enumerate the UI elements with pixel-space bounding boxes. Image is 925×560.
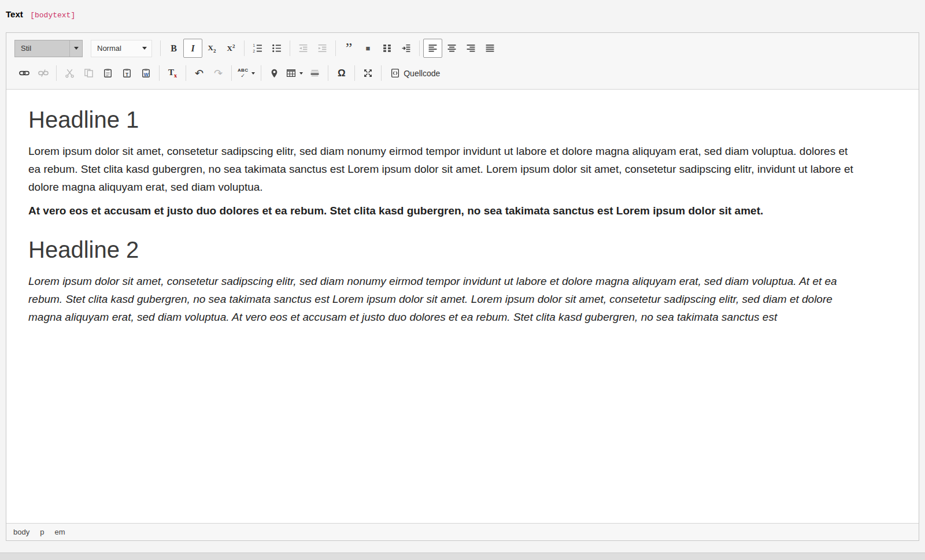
maximize-button[interactable] [358,64,378,83]
format-combo-label: Normal [97,44,121,53]
paste-from-word-icon: W [141,68,151,78]
redo-button[interactable]: ↷ [209,64,228,83]
indent-button[interactable] [313,39,332,58]
toolbar-separator [290,40,290,56]
table-button[interactable] [284,64,305,83]
paste-plain-text-button[interactable]: T [117,64,136,83]
align-left-button[interactable] [423,39,442,58]
paragraph-indent-button[interactable] [397,39,416,58]
blockquote-icon: ” [346,44,353,53]
chevron-down-icon [251,72,255,75]
align-left-icon [428,43,438,53]
field-label: Text [6,9,23,19]
chevron-down-icon [299,72,303,75]
align-justify-button[interactable] [480,39,500,58]
format-combo[interactable]: Normal [91,40,152,57]
unlink-icon [38,68,49,78]
align-center-button[interactable] [442,39,461,58]
copy-button[interactable] [79,64,98,83]
source-button[interactable]: Quellcode [385,64,445,83]
italic-icon: I [191,43,194,54]
spellcheck-button[interactable]: ABC ✓ [235,64,257,83]
align-right-button[interactable] [461,39,480,58]
link-button[interactable] [14,64,34,83]
toolbar-separator [231,65,232,81]
outdent-icon [298,43,308,53]
bulleted-list-icon [272,43,282,53]
remove-format-button[interactable]: Tx [163,64,182,83]
svg-text:1: 1 [253,43,256,47]
bold-button[interactable]: B [164,39,183,58]
rte-editing-area[interactable]: Headline 1 Lorem ipsum dolor sit amet, c… [6,90,919,523]
remove-format-icon: Tx [168,68,177,79]
source-button-label: Quellcode [404,69,440,78]
paste-plain-text-icon: T [122,68,132,78]
rte-toolbar: Stil Normal B I X2 X2 12 [6,33,919,90]
subscript-icon: X2 [208,43,216,54]
maximize-icon [363,68,373,78]
field-header: Text [bodytext] [0,0,925,20]
undo-button[interactable]: ↶ [190,64,209,83]
horizontal-line-icon [310,68,320,78]
paragraph-regular: Lorem ipsum dolor sit amet, consetetur s… [28,142,861,196]
style-combo-label: Stil [21,44,31,53]
style-combo[interactable]: Stil [14,40,83,57]
copy-icon [84,68,94,78]
paste-button[interactable] [98,64,117,83]
chevron-down-icon [142,47,147,50]
element-path-body[interactable]: body [13,528,29,536]
toolbar-separator [419,40,420,56]
toolbar-row-1: Stil Normal B I X2 X2 12 [10,36,915,61]
bulleted-list-button[interactable] [267,39,286,58]
rich-text-editor: Stil Normal B I X2 X2 12 [6,32,919,541]
div-container-button[interactable]: ■ [358,39,378,58]
blocks-grid-button[interactable] [378,39,397,58]
toolbar-separator [335,40,336,56]
align-right-icon [466,43,476,53]
link-icon [19,68,29,78]
element-path-p[interactable]: p [40,528,44,536]
cut-icon [65,68,75,78]
numbered-list-button[interactable]: 12 [248,39,267,58]
toolbar-separator [244,40,245,56]
horizontal-line-button[interactable] [305,64,324,83]
subscript-button[interactable]: X2 [202,39,221,58]
toolbar-separator [56,65,57,81]
toolbar-separator [160,40,161,56]
paste-from-word-button[interactable]: W [136,64,156,83]
element-path-bar: body p em [6,523,919,540]
outdent-button[interactable] [294,39,313,58]
toolbar-separator [354,65,355,81]
redo-icon: ↷ [214,68,223,79]
indent-icon [317,43,327,53]
toolbar-separator [186,65,186,81]
bold-icon: B [171,43,177,54]
headline-2: Headline 2 [28,237,861,263]
paragraph-italic: Lorem ipsum dolor sit amet, consetetur s… [28,272,861,326]
italic-button[interactable]: I [183,39,202,58]
horizontal-scrollbar[interactable] [0,552,925,560]
table-icon [286,68,296,78]
field-code: [bodytext] [30,11,75,20]
headline-1: Headline 1 [28,107,861,133]
paste-icon [103,68,113,78]
blockquote-button[interactable]: ” [339,39,358,58]
chevron-down-icon [74,47,79,50]
align-center-icon [447,43,457,53]
toolbar-separator [159,65,160,81]
anchor-button[interactable] [265,64,284,83]
superscript-icon: X2 [227,43,235,53]
special-char-button[interactable]: Ω [332,64,351,83]
element-path-em[interactable]: em [54,528,65,536]
paragraph-indent-icon [401,43,411,53]
toolbar-separator [381,65,382,81]
unlink-button[interactable] [34,64,53,83]
numbered-list-icon: 12 [253,43,262,53]
style-combo-arrow [69,40,82,57]
anchor-icon [269,68,279,78]
svg-text:2: 2 [253,49,256,53]
undo-icon: ↶ [195,68,204,79]
superscript-button[interactable]: X2 [221,39,240,58]
cut-button[interactable] [60,64,79,83]
omega-icon: Ω [338,68,346,79]
